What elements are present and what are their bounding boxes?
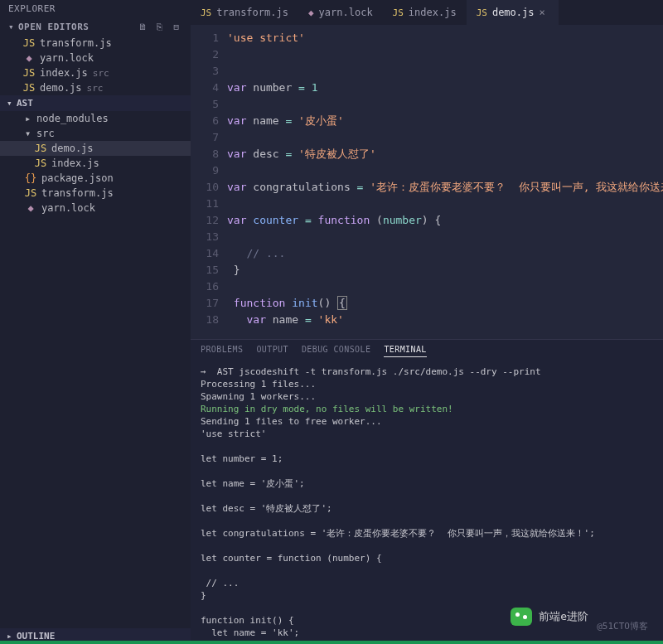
code-line[interactable] (227, 63, 663, 80)
explorer-header: EXPLORER (0, 0, 191, 17)
close-all-icon[interactable]: ⊟ (171, 21, 182, 32)
wechat-icon (511, 608, 532, 626)
line-number: 8 (191, 146, 219, 162)
code-line[interactable]: } (227, 262, 663, 278)
new-file-icon[interactable]: 🗎 (138, 21, 149, 32)
code-line[interactable] (227, 162, 663, 179)
file-label: index.js (51, 157, 99, 169)
chevron-icon: ▸ (25, 113, 31, 124)
tab-output[interactable]: OUTPUT (256, 345, 288, 357)
file-label: transform.js (40, 37, 112, 49)
open-editor-item[interactable]: ◆yarn.lock (0, 51, 191, 65)
file-icon: JS (23, 82, 35, 94)
editor-tab[interactable]: ◆yarn.lock (298, 0, 383, 25)
code-line[interactable]: var number = 1 (227, 80, 663, 96)
file-tree: ▸node_modules▾srcJSdemo.jsJSindex.js{}pa… (0, 111, 191, 215)
code-line[interactable]: var name = '皮小蛋' (227, 113, 663, 129)
code-line[interactable]: var desc = '特皮被人怼了' (227, 146, 663, 162)
line-number: 5 (191, 96, 219, 113)
terminal-line: let name = 'kk'; (201, 627, 653, 639)
code-line[interactable] (227, 196, 663, 212)
terminal-line: → AST jscodeshift -t transform.js ./src/… (201, 366, 653, 378)
terminal-output[interactable]: → AST jscodeshift -t transform.js ./src/… (191, 362, 663, 644)
file-item[interactable]: JStransform.js (0, 186, 191, 201)
file-icon: ◆ (308, 7, 314, 18)
tab-label: transform.js (216, 7, 288, 18)
bottom-panel: PROBLEMS OUTPUT DEBUG CONSOLE TERMINAL →… (191, 339, 663, 644)
editor-tab[interactable]: JStransform.js (191, 0, 298, 25)
open-editors-header[interactable]: ▾ OPEN EDITORS 🗎 ⎘ ⊟ (0, 17, 191, 36)
terminal-line (201, 564, 653, 577)
terminal-line: let desc = '特皮被人怼了'; (201, 502, 653, 515)
terminal-line (201, 540, 653, 552)
file-icon: JS (393, 7, 404, 18)
file-icon: JS (25, 187, 36, 199)
code-line[interactable] (227, 96, 663, 113)
file-item[interactable]: {}package.json (0, 171, 191, 186)
line-number: 12 (191, 212, 219, 229)
file-icon: JS (477, 7, 487, 18)
editor-tab[interactable]: JSindex.js (383, 0, 467, 25)
tab-label: demo.js (492, 7, 535, 18)
tab-terminal[interactable]: TERMINAL (384, 345, 426, 357)
file-label: yarn.lock (41, 202, 95, 214)
file-icon: JS (23, 37, 35, 49)
tab-label: yarn.lock (319, 7, 373, 18)
code-line[interactable]: // ... (227, 245, 663, 262)
editor-tab[interactable]: JSdemo.js× (467, 0, 559, 25)
line-number: 3 (191, 63, 219, 80)
file-item[interactable]: ◆yarn.lock (0, 201, 191, 215)
folder-label: node_modules (36, 113, 109, 124)
code-line[interactable]: function init() { (227, 295, 663, 312)
save-all-icon[interactable]: ⎘ (154, 21, 166, 32)
line-number: 2 (191, 46, 219, 63)
code-line[interactable]: var name = 'kk' (227, 312, 663, 328)
file-icon: {} (25, 172, 36, 184)
app-root: EXPLORER ▾ OPEN EDITORS 🗎 ⎘ ⊟ JStransfor… (0, 0, 663, 644)
open-editor-item[interactable]: JSindex.js src (0, 65, 191, 80)
code-line[interactable]: var counter = function (number) { (227, 212, 663, 229)
file-label: package.json (41, 172, 114, 184)
chevron-down-icon: ▾ (8, 22, 15, 32)
folder-item[interactable]: ▾src (0, 126, 191, 141)
code-line[interactable]: var congratulations = '老许：皮蛋你要老婆不要？ 你只要叫… (227, 179, 663, 196)
terminal-line: let number = 1; (201, 453, 653, 465)
open-editor-item[interactable]: JSdemo.js src (0, 80, 191, 95)
terminal-line: } (201, 589, 653, 602)
file-item[interactable]: JSdemo.js (0, 141, 191, 156)
line-number: 17 (191, 295, 219, 312)
file-label: demo.js (40, 82, 82, 94)
code-content[interactable]: 'use strict' var number = 1 var name = '… (227, 25, 663, 339)
project-header[interactable]: ▾ AST (0, 95, 191, 111)
open-editor-item[interactable]: JStransform.js (0, 36, 191, 51)
tab-problems[interactable]: PROBLEMS (201, 345, 243, 357)
panel-tabs: PROBLEMS OUTPUT DEBUG CONSOLE TERMINAL (191, 340, 663, 362)
terminal-line: Processing 1 files... (201, 378, 653, 390)
tab-label: index.js (409, 7, 457, 18)
terminal-line (201, 515, 653, 527)
explorer-label: EXPLORER (8, 3, 56, 14)
file-label: transform.js (41, 187, 114, 199)
close-icon[interactable]: × (539, 7, 549, 18)
line-number: 7 (191, 129, 219, 146)
folder-item[interactable]: ▸node_modules (0, 111, 191, 126)
folder-label: src (36, 128, 55, 139)
tab-debug-console[interactable]: DEBUG CONSOLE (302, 345, 370, 357)
code-line[interactable] (227, 278, 663, 295)
terminal-line (201, 465, 653, 477)
file-path-dim: src (87, 83, 104, 94)
file-label: index.js (40, 67, 88, 79)
chevron-down-icon: ▾ (7, 98, 13, 109)
file-label: demo.js (51, 143, 94, 154)
open-editors-actions: 🗎 ⎘ ⊟ (138, 21, 182, 32)
code-editor[interactable]: 123456789101112131415161718 'use strict'… (191, 25, 663, 339)
file-item[interactable]: JSindex.js (0, 156, 191, 171)
code-line[interactable] (227, 129, 663, 146)
code-line[interactable] (227, 229, 663, 245)
open-editors-list: JStransform.js ◆yarn.lock JSindex.js src… (0, 36, 191, 95)
line-number: 16 (191, 278, 219, 295)
code-line[interactable]: 'use strict' (227, 30, 663, 46)
status-bar (0, 641, 663, 644)
code-line[interactable] (227, 46, 663, 63)
sidebar: EXPLORER ▾ OPEN EDITORS 🗎 ⎘ ⊟ JStransfor… (0, 0, 191, 644)
